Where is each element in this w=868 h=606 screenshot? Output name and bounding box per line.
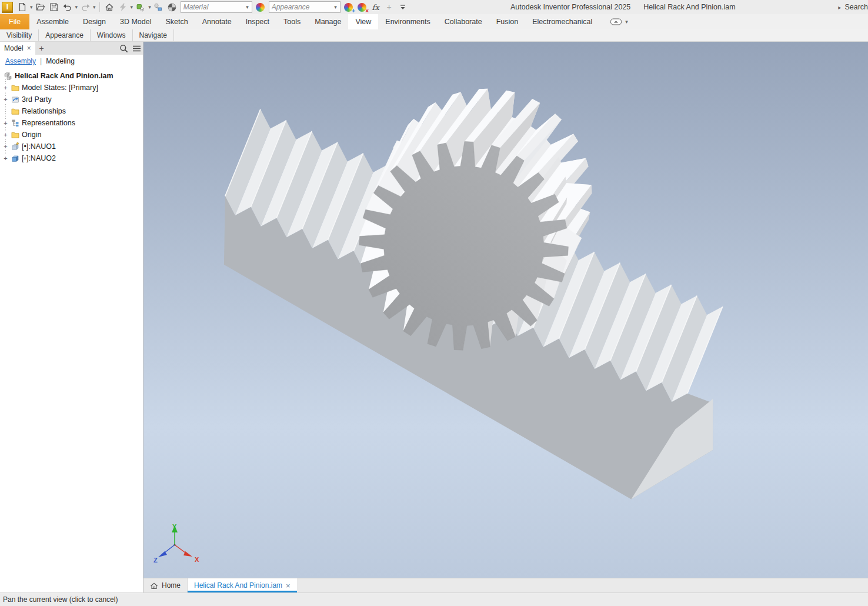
browser-search-button[interactable] (117, 42, 130, 55)
close-icon[interactable]: × (27, 44, 31, 52)
tab-assemble[interactable]: Assemble (29, 14, 76, 29)
search-label[interactable]: Search (844, 3, 868, 11)
hamburger-icon (132, 45, 141, 52)
select-tool-button[interactable] (134, 1, 147, 13)
return-button[interactable] (116, 1, 129, 13)
save-button[interactable] (48, 1, 61, 13)
tree-item-label: [•]:NAUO1 (22, 142, 56, 151)
part-icon (11, 154, 19, 162)
customize-caret-icon (399, 4, 406, 11)
model-tree: Helical Rack And Pinion.iam + Model Stat… (0, 68, 143, 592)
view-modeling-link[interactable]: Modeling (46, 57, 75, 65)
replace-component-button[interactable] (152, 1, 165, 13)
document-tab-active[interactable]: Helical Rack And Pinion.iam × (188, 578, 297, 592)
tab-sketch[interactable]: Sketch (158, 14, 195, 29)
tree-item-3rd-party[interactable]: + 3rd Party (0, 94, 143, 105)
home-tab[interactable]: Home (143, 578, 188, 592)
redo-button[interactable] (79, 1, 92, 13)
return-dropdown[interactable]: ▾ (131, 4, 133, 10)
undo-button[interactable] (61, 1, 74, 13)
tree-root-label: Helical Rack And Pinion.iam (15, 72, 113, 80)
new-file-icon (18, 2, 27, 12)
tab-design[interactable]: Design (76, 14, 113, 29)
view-assembly-link[interactable]: Assembly (5, 57, 36, 65)
tab-annotate[interactable]: Annotate (195, 14, 239, 29)
redo-dropdown[interactable]: ▾ (93, 4, 96, 10)
tab-file[interactable]: File (0, 14, 29, 29)
tab-electromechanical[interactable]: Electromechanical (525, 14, 599, 29)
color-wheel-clear-icon: × (358, 3, 366, 12)
clear-appearance-button[interactable]: × (356, 1, 369, 13)
tree-item-label: [◦]:NAUO2 (22, 154, 56, 162)
fx-icon: fx (370, 3, 381, 12)
select-dropdown[interactable]: ▾ (148, 4, 151, 10)
add-command-button[interactable]: + (383, 1, 396, 13)
tree-item-representations[interactable]: + Representations (0, 117, 143, 129)
panel-visibility[interactable]: Visibility (0, 29, 39, 41)
home-view-button[interactable] (103, 1, 116, 13)
adjust-add-button[interactable]: + (342, 1, 355, 13)
3d-viewport[interactable]: Y Z X (143, 42, 868, 578)
customize-toolbar-button[interactable] (396, 1, 409, 13)
appearance-combo-caret: ▾ (334, 4, 337, 10)
expander-plus[interactable]: + (2, 96, 9, 103)
adjust-appearance-button[interactable] (254, 1, 267, 13)
tree-item-relationships[interactable]: Relationships (0, 105, 143, 117)
search-expand-icon[interactable]: ▸ (838, 4, 841, 11)
ribbon-display-toggle[interactable]: ▾ (610, 14, 629, 29)
tab-manage[interactable]: Manage (308, 14, 348, 29)
status-message: Pan the current view (click to cancel) (3, 595, 118, 604)
undo-dropdown[interactable]: ▾ (75, 4, 78, 10)
undo-icon (62, 2, 72, 12)
folder-icon (11, 84, 19, 92)
tab-collaborate[interactable]: Collaborate (438, 14, 489, 29)
new-file-button[interactable] (16, 1, 29, 13)
redo-icon (81, 2, 91, 12)
ribbon-minimize-icon (610, 18, 623, 26)
return-icon (118, 2, 128, 12)
panel-navigate[interactable]: Navigate (133, 29, 174, 41)
3d-viewport-canvas[interactable] (143, 42, 868, 578)
material-browser-button[interactable] (166, 1, 179, 13)
material-combo[interactable]: Material ▾ (181, 1, 252, 13)
appearance-combo-value: Appearance (272, 3, 333, 11)
tab-tools[interactable]: Tools (276, 14, 308, 29)
folder-icon (11, 107, 19, 115)
tree-item-nauo1[interactable]: + [•]:NAUO1 (0, 141, 143, 152)
expander-plus[interactable]: + (2, 120, 9, 126)
appearance-combo[interactable]: Appearance ▾ (269, 1, 340, 13)
panel-windows[interactable]: Windows (91, 29, 133, 41)
folder-icon (11, 131, 19, 139)
tab-3d-model[interactable]: 3D Model (113, 14, 159, 29)
expander-plus[interactable]: + (2, 85, 9, 91)
panel-appearance[interactable]: Appearance (39, 29, 91, 41)
axis-x-label: X (195, 556, 199, 563)
tree-root-assembly[interactable]: Helical Rack And Pinion.iam (0, 70, 143, 82)
add-browser-tab-button[interactable]: + (35, 42, 48, 55)
tab-inspect[interactable]: Inspect (239, 14, 276, 29)
new-file-dropdown[interactable]: ▾ (30, 4, 33, 10)
browser-view-toggle: Assembly | Modeling (0, 55, 143, 68)
part-pinned-icon (11, 142, 19, 151)
expander-plus[interactable]: + (2, 132, 9, 138)
tree-item-origin[interactable]: + Origin (0, 129, 143, 141)
tab-view[interactable]: View (348, 14, 378, 29)
tab-environments[interactable]: Environments (378, 14, 437, 29)
browser-menu-button[interactable] (130, 42, 143, 55)
tree-item-nauo2[interactable]: + [◦]:NAUO2 (0, 152, 143, 164)
tab-fusion[interactable]: Fusion (489, 14, 526, 29)
plus-icon: + (385, 2, 393, 12)
inventor-logo-icon[interactable]: I (2, 2, 13, 13)
expander-plus[interactable]: + (2, 155, 9, 162)
expander-plus[interactable]: + (2, 144, 9, 150)
browser-tab-model[interactable]: Model × (0, 42, 35, 55)
tree-item-model-states[interactable]: + Model States: [Primary] (0, 82, 143, 94)
color-wheel-icon (256, 3, 265, 12)
open-file-button[interactable] (34, 1, 47, 13)
search-area[interactable]: ▸ Search (838, 0, 868, 14)
close-document-icon[interactable]: × (286, 581, 291, 590)
toolbar-separator (99, 2, 100, 12)
parameters-button[interactable]: fx (369, 1, 382, 13)
document-tab-bar: Home Helical Rack And Pinion.iam × (143, 578, 868, 592)
axis-z-line (164, 545, 175, 553)
